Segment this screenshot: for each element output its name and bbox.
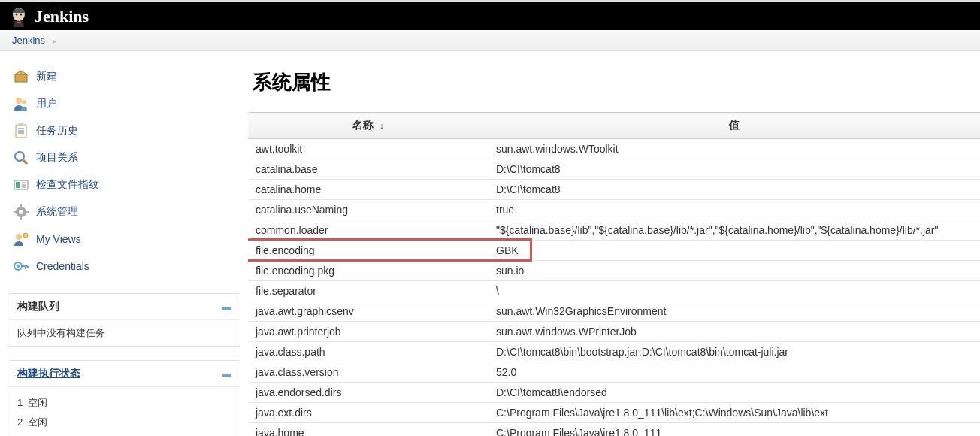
prop-value: C:\Program Files\Java\jre1.8.0_111\lib\e…: [488, 403, 980, 423]
svg-rect-22: [20, 216, 22, 220]
table-row: awt.toolkitsun.awt.windows.WToolkit: [248, 139, 980, 159]
prop-name: java.ext.dirs: [248, 403, 488, 423]
prop-value: sun.io: [488, 261, 980, 281]
prop-value: \: [488, 281, 980, 301]
table-row: catalina.baseD:\CI\tomcat8: [248, 159, 980, 180]
svg-point-6: [22, 100, 26, 104]
jenkins-logo[interactable]: Jenkins: [9, 5, 89, 28]
svg-line-13: [23, 160, 27, 164]
clipboard-icon: [12, 122, 30, 140]
svg-point-20: [19, 210, 23, 214]
main-content: 系统属性 名称 ↓ 值 awt.toolkitsun.awt.windows.W…: [248, 51, 980, 436]
fingerprint-icon: [12, 176, 30, 194]
svg-point-1: [16, 13, 18, 15]
table-row: java.class.pathD:\CI\tomcat8\bin\bootstr…: [248, 342, 980, 362]
prop-name: java.class.path: [248, 342, 488, 362]
prop-value: sun.awt.windows.WPrinterJob: [488, 322, 980, 342]
table-row: java.awt.printerjobsun.awt.windows.WPrin…: [248, 322, 980, 342]
prop-name: java.class.version: [248, 362, 488, 383]
build-queue-body: 队列中没有构建任务: [8, 320, 240, 346]
sidebar-item-key[interactable]: Credentials: [8, 253, 240, 280]
svg-point-26: [23, 233, 28, 238]
svg-rect-23: [14, 211, 17, 213]
svg-rect-3: [17, 22, 21, 23]
prop-value: GBK: [488, 241, 980, 261]
sidebar-item-clipboard[interactable]: 任务历史: [8, 117, 240, 144]
table-row: file.encoding.pkgsun.io: [248, 261, 980, 281]
svg-rect-21: [20, 204, 22, 207]
prop-value: "${catalina.base}/lib","${catalina.base}…: [488, 220, 980, 241]
svg-point-2: [20, 13, 23, 15]
sidebar: 新建用户任务历史项目关系检查文件指纹系统管理My ViewsCredential…: [0, 51, 248, 436]
build-queue-panel: 构建队列 ▬ 队列中没有构建任务: [8, 293, 240, 347]
sidebar-item-label[interactable]: 新建: [36, 70, 57, 83]
svg-point-5: [16, 98, 22, 104]
sidebar-item-label[interactable]: 检查文件指纹: [36, 178, 99, 192]
sort-arrow-icon: ↓: [380, 121, 384, 130]
table-row: java.class.version52.0: [248, 362, 980, 383]
column-header-value[interactable]: 值: [488, 113, 980, 139]
prop-name: java.awt.graphicsenv: [248, 301, 488, 322]
prop-name: file.separator: [248, 281, 488, 301]
svg-rect-15: [16, 182, 20, 188]
sidebar-item-label[interactable]: Credentials: [36, 260, 89, 272]
system-properties-table: 名称 ↓ 值 awt.toolkitsun.awt.windows.WToolk…: [248, 112, 980, 436]
table-row: file.separator\: [248, 281, 980, 301]
prop-value: D:\CI\tomcat8\endorsed: [488, 383, 980, 403]
sidebar-item-fingerprint[interactable]: 检查文件指纹: [8, 171, 240, 198]
svg-rect-4: [15, 74, 27, 82]
prop-value: D:\CI\tomcat8: [488, 180, 980, 200]
prop-name: common.loader: [248, 220, 488, 241]
svg-rect-24: [26, 211, 29, 213]
prop-name: java.awt.printerjob: [248, 322, 488, 342]
column-header-name[interactable]: 名称 ↓: [248, 113, 488, 139]
search-icon: [12, 149, 30, 167]
users-icon: [12, 95, 30, 113]
executors-body: 1 空闲2 空闲: [8, 387, 240, 436]
collapse-icon[interactable]: ▬: [222, 368, 231, 379]
prop-value: C:\Program Files\Java\jre1.8.0_111: [488, 423, 980, 437]
prop-name: file.encoding: [248, 241, 488, 261]
sidebar-item-myview[interactable]: My Views: [8, 226, 240, 253]
collapse-icon[interactable]: ▬: [222, 301, 231, 312]
breadcrumb-item[interactable]: Jenkins: [12, 35, 45, 46]
table-row: file.encodingGBK: [248, 241, 980, 261]
table-row: common.loader"${catalina.base}/lib","${c…: [248, 220, 980, 241]
prop-name: java.endorsed.dirs: [248, 383, 488, 403]
sidebar-item-label[interactable]: 系统管理: [36, 205, 78, 219]
sidebar-item-label[interactable]: 项目关系: [36, 151, 78, 165]
sidebar-item-search[interactable]: 项目关系: [8, 144, 240, 171]
app-header: Jenkins: [0, 0, 980, 30]
product-name: Jenkins: [35, 7, 89, 26]
executor-state: 空闲: [28, 416, 47, 428]
svg-rect-8: [19, 123, 23, 126]
sidebar-item-label[interactable]: 任务历史: [36, 124, 78, 138]
jenkins-icon: [9, 5, 29, 28]
prop-value: D:\CI\tomcat8\bin\bootstrap.jar;D:\CI\to…: [488, 342, 980, 362]
executor-row: 2 空闲: [17, 413, 231, 432]
prop-value: sun.awt.Win32GraphicsEnvironment: [488, 301, 980, 322]
table-row: catalina.homeD:\CI\tomcat8: [248, 180, 980, 200]
executor-num: 1: [17, 397, 23, 408]
executors-panel: 构建执行状态 ▬ 1 空闲2 空闲: [8, 360, 240, 436]
sidebar-item-label[interactable]: My Views: [36, 233, 81, 245]
table-row: java.ext.dirsC:\Program Files\Java\jre1.…: [248, 403, 980, 423]
sidebar-item-box[interactable]: 新建: [8, 63, 240, 90]
sidebar-item-label[interactable]: 用户: [36, 97, 57, 111]
prop-name: catalina.base: [248, 159, 488, 180]
svg-point-12: [15, 152, 24, 161]
executors-title[interactable]: 构建执行状态: [17, 367, 80, 380]
table-row: java.endorsed.dirsD:\CI\tomcat8\endorsed: [248, 383, 980, 403]
box-icon: [12, 68, 30, 86]
sidebar-item-users[interactable]: 用户: [8, 90, 240, 117]
build-queue-title: 构建队列: [17, 300, 59, 313]
svg-point-25: [16, 234, 22, 240]
prop-value: 52.0: [488, 362, 980, 383]
key-icon: [12, 257, 30, 275]
page-title: 系统属性: [253, 69, 980, 95]
table-row: java.awt.graphicsenvsun.awt.Win32Graphic…: [248, 301, 980, 322]
sidebar-item-gear[interactable]: 系统管理: [8, 198, 240, 226]
gear-icon: [12, 203, 30, 221]
breadcrumb: Jenkins ▸: [0, 30, 980, 51]
myview-icon: [12, 230, 30, 248]
